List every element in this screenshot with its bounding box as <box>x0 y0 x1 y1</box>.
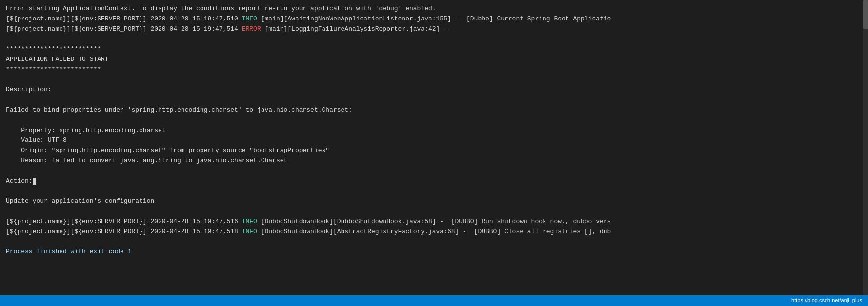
log-line-origin: Origin: "spring.http.encoding.charset" f… <box>6 146 862 156</box>
empty-line-10 <box>6 95 862 105</box>
status-link[interactable]: https://blog.csdn.net/anji_plus <box>791 296 862 305</box>
log-level-info-22: INFO <box>242 218 257 225</box>
log-prefix-2: [${project.name}][${env:SERVER_PORT}] 20… <box>6 15 242 22</box>
log-line-stars-top: ************************* <box>6 44 862 55</box>
log-line-property: Property: spring.http.encoding.charset <box>6 126 862 136</box>
log-level-error-3: ERROR <box>242 25 261 33</box>
empty-line-8 <box>6 75 862 85</box>
log-line-reason: Reason: failed to convert java.lang.Stri… <box>6 156 862 166</box>
console-container: Error starting ApplicationContext. To di… <box>0 0 868 306</box>
scrollbar-track[interactable] <box>863 0 868 306</box>
log-message-3: [main][LoggingFailureAnalysisReporter.ja… <box>261 25 447 33</box>
log-line-value: Value: UTF-8 <box>6 135 862 146</box>
log-level-info-2: INFO <box>242 15 257 22</box>
log-line-process-exit: Process finished with exit code 1 <box>6 247 862 257</box>
empty-line-17 <box>6 166 862 176</box>
empty-line-24 <box>6 237 862 247</box>
log-prefix-3: [${project.name}][${env:SERVER_PORT}] 20… <box>6 25 242 33</box>
empty-line-19 <box>6 186 862 196</box>
log-line-3: [${project.name}][${env:SERVER_PORT}] 20… <box>6 24 862 35</box>
log-level-info-23: INFO <box>242 228 257 235</box>
log-line-1: Error starting ApplicationContext. To di… <box>6 4 862 14</box>
log-line-update-config: Update your application's configuration <box>6 196 862 207</box>
log-line-description: Description: <box>6 85 862 95</box>
text-cursor <box>33 178 36 185</box>
log-line-22: [${project.name}][${env:SERVER_PORT}] 20… <box>6 217 862 227</box>
log-line-failed-bind: Failed to bind properties under 'spring.… <box>6 105 862 115</box>
empty-line-4 <box>6 34 862 44</box>
log-message-22: [DubboShutdownHook][DubboShutdownHook.ja… <box>257 218 611 225</box>
log-line-stars-bottom: ************************* <box>6 65 862 75</box>
empty-line-21 <box>6 207 862 217</box>
status-bar: https://blog.csdn.net/anji_plus <box>0 295 868 306</box>
log-message-23: [DubboShutdownHook][AbstractRegistryFact… <box>257 228 611 235</box>
log-prefix-22: [${project.name}][${env:SERVER_PORT}] 20… <box>6 218 242 225</box>
scrollbar-thumb[interactable] <box>863 0 868 29</box>
log-line-app-failed: APPLICATION FAILED TO START <box>6 55 862 65</box>
log-line-action: Action: <box>6 176 862 187</box>
log-line-2: [${project.name}][${env:SERVER_PORT}] 20… <box>6 14 862 24</box>
empty-line-12 <box>6 115 862 126</box>
log-message-2: [main][AwaitingNonWebApplicationListener… <box>257 15 611 22</box>
log-line-23: [${project.name}][${env:SERVER_PORT}] 20… <box>6 227 862 237</box>
log-prefix-23: [${project.name}][${env:SERVER_PORT}] 20… <box>6 228 242 235</box>
